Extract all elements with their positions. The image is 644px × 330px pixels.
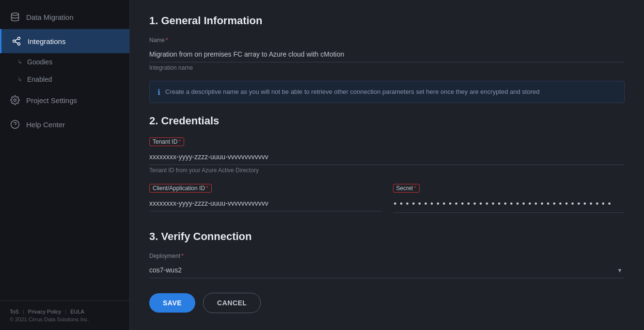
svg-point-5 (11, 120, 19, 129)
tenant-id-field-group: Tenant ID* Tenant ID from your Azure Act… (149, 137, 625, 174)
info-text: Create a descriptive name as you will no… (165, 87, 540, 97)
info-box: ℹ Create a descriptive name as you will … (149, 81, 625, 103)
sidebar-item-label: Project Settings (26, 96, 77, 105)
sidebar-item-data-migration[interactable]: Data Migration (0, 5, 129, 29)
deployment-select[interactable]: cos7-wus2 cos7-eus2 cos7-weu cos7-sea (149, 262, 625, 278)
credentials-two-col: Client/Application ID* Secret* (149, 183, 625, 223)
section2-title: 2. Credentials (149, 115, 625, 127)
secret-field-group: Secret* (393, 183, 625, 213)
client-id-field-group: Client/Application ID* (149, 183, 381, 213)
name-input[interactable] (149, 46, 625, 62)
sidebar-item-enabled[interactable]: ↳ Enabled (0, 71, 129, 88)
deployment-label: Deployment* (149, 253, 625, 259)
info-icon: ℹ (157, 88, 160, 97)
deployment-field-group: Deployment* cos7-wus2 cos7-eus2 cos7-weu… (149, 253, 625, 278)
secret-label: Secret* (393, 184, 420, 193)
sidebar-item-label: Integrations (28, 37, 65, 45)
sidebar-item-label: Data Migration (26, 13, 74, 21)
database-icon (10, 12, 20, 22)
integrations-icon (11, 36, 22, 46)
button-row: SAVE CANCEL (149, 293, 625, 313)
sidebar-item-label: Help Center (26, 120, 65, 129)
svg-point-4 (14, 99, 16, 102)
sidebar-item-integrations[interactable]: Integrations (0, 29, 129, 53)
sub-arrow-icon: ↳ (17, 76, 22, 83)
section3-title: 3. Verify Connection (149, 230, 625, 243)
svg-point-0 (12, 13, 19, 15)
sidebar-item-help-center[interactable]: Help Center (0, 112, 129, 136)
name-hint: Integration name (149, 64, 625, 71)
svg-point-2 (13, 40, 16, 43)
sidebar-item-goodies[interactable]: ↳ Goodies (0, 53, 129, 71)
settings-icon (10, 95, 20, 105)
deployment-select-wrapper: cos7-wus2 cos7-eus2 cos7-weu cos7-sea ▼ (149, 262, 625, 278)
sidebar-sub-label: Enabled (27, 75, 52, 83)
tos-link[interactable]: ToS (10, 309, 19, 315)
sidebar-sub-label: Goodies (27, 58, 52, 66)
svg-point-1 (18, 37, 20, 40)
client-id-input[interactable] (149, 195, 381, 211)
tenant-id-hint: Tenant ID from your Azure Active Directo… (149, 167, 625, 174)
name-label: Name* (149, 37, 625, 44)
section1-title: 1. General Information (149, 15, 625, 27)
sidebar: Data Migration Integrations ↳ Goodies ↳ … (0, 0, 130, 330)
name-field-group: Name* Integration name (149, 37, 625, 71)
client-id-label: Client/Application ID* (149, 184, 212, 193)
secret-input[interactable] (393, 195, 625, 213)
help-icon (10, 119, 20, 130)
footer-divider: | (23, 309, 24, 315)
tenant-id-input[interactable] (149, 149, 625, 165)
eula-link[interactable]: EULA (70, 309, 84, 315)
tenant-id-label: Tenant ID* (149, 137, 184, 146)
privacy-policy-link[interactable]: Privacy Policy (28, 309, 61, 315)
cancel-button[interactable]: CANCEL (203, 293, 261, 313)
sub-arrow-icon: ↳ (17, 59, 22, 65)
svg-point-3 (18, 43, 20, 45)
sidebar-footer: ToS | Privacy Policy | EULA © 2021 Cirru… (0, 300, 129, 330)
save-button[interactable]: SAVE (149, 293, 195, 313)
sidebar-item-project-settings[interactable]: Project Settings (0, 88, 129, 112)
main-content: 1. General Information Name* Integration… (130, 0, 644, 330)
footer-divider2: | (65, 309, 66, 315)
copyright-text: © 2021 Cirrus Data Solutions Inc. (10, 316, 120, 322)
